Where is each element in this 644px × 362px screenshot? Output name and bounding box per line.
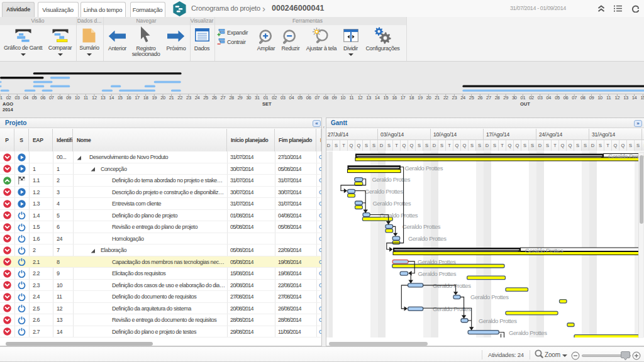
svg-text:23: 23 [452, 95, 457, 101]
svg-text:21: 21 [169, 95, 174, 101]
svg-text:17: 17 [135, 95, 140, 101]
svg-text:22: 22 [443, 95, 448, 101]
svg-text:Geraldo Prottes: Geraldo Prottes [525, 247, 564, 254]
svg-text:04: 04 [289, 95, 294, 101]
svg-text:02: 02 [6, 95, 11, 101]
svg-text:03: 03 [538, 95, 543, 101]
svg-text:02: 02 [272, 95, 277, 101]
svg-text:09: 09 [332, 95, 337, 101]
svg-text:21: 21 [435, 95, 440, 101]
svg-text:14: 14 [109, 95, 114, 101]
svg-text:20: 20 [160, 95, 165, 101]
svg-text:27: 27 [221, 95, 226, 101]
svg-text:27: 27 [486, 95, 491, 101]
svg-text:01: 01 [264, 95, 269, 101]
svg-text:2014: 2014 [3, 107, 14, 112]
svg-text:25: 25 [203, 95, 208, 101]
svg-text:Geraldo Prottes: Geraldo Prottes [509, 329, 547, 336]
svg-text:05: 05 [297, 95, 303, 101]
svg-text:15: 15 [384, 95, 389, 101]
svg-text:10: 10 [75, 95, 80, 101]
svg-text:AGO: AGO [3, 101, 13, 107]
svg-text:Geraldo Prottes: Geraldo Prottes [372, 176, 411, 183]
svg-text:10: 10 [340, 95, 345, 101]
svg-text:25: 25 [469, 95, 474, 101]
svg-text:Geraldo Prottes: Geraldo Prottes [365, 188, 403, 195]
svg-text:26: 26 [477, 95, 482, 101]
svg-text:28: 28 [495, 95, 500, 101]
svg-text:22: 22 [177, 95, 182, 101]
svg-text:Geraldo Prottes: Geraldo Prottes [418, 258, 456, 265]
svg-text:Geraldo Prottes: Geraldo Prottes [433, 305, 471, 312]
svg-text:19: 19 [418, 95, 423, 101]
svg-text:26: 26 [212, 95, 217, 101]
svg-text:08: 08 [580, 95, 586, 101]
svg-text:14: 14 [632, 95, 637, 101]
svg-text:05: 05 [32, 95, 37, 101]
svg-text:18: 18 [409, 95, 414, 101]
svg-text:04: 04 [23, 95, 28, 101]
svg-text:19: 19 [152, 95, 157, 101]
svg-text:Geraldo Prottes: Geraldo Prottes [479, 317, 517, 324]
svg-text:12: 12 [615, 95, 620, 101]
svg-text:01: 01 [521, 95, 526, 101]
svg-text:18: 18 [143, 95, 148, 101]
svg-text:24: 24 [195, 95, 200, 101]
svg-text:01: 01 [0, 95, 3, 101]
svg-text:20: 20 [426, 95, 431, 101]
svg-text:17: 17 [401, 95, 406, 101]
svg-text:Geraldo Prottes: Geraldo Prottes [418, 270, 457, 277]
svg-text:03: 03 [280, 95, 286, 101]
svg-text:07: 07 [314, 95, 319, 101]
svg-text:16: 16 [126, 95, 131, 101]
svg-text:23: 23 [186, 95, 191, 101]
svg-text:11: 11 [84, 95, 88, 101]
svg-text:12: 12 [358, 95, 363, 101]
svg-text:Geraldo Prottes: Geraldo Prottes [405, 165, 443, 172]
svg-text:05: 05 [555, 95, 560, 101]
svg-text:14: 14 [375, 95, 380, 101]
svg-text:31: 31 [255, 95, 260, 101]
svg-text:06: 06 [40, 95, 45, 101]
svg-text:13: 13 [101, 95, 106, 101]
svg-text:Geraldo Prottes: Geraldo Prottes [470, 293, 509, 300]
svg-text:09: 09 [589, 95, 594, 101]
svg-text:03: 03 [14, 95, 19, 101]
svg-text:02: 02 [529, 95, 534, 101]
svg-text:Geraldo Prottes: Geraldo Prottes [373, 200, 411, 207]
svg-text:06: 06 [564, 95, 569, 101]
svg-text:07: 07 [49, 95, 54, 101]
svg-text:15: 15 [118, 95, 123, 101]
svg-text:28: 28 [229, 95, 234, 101]
svg-text:10: 10 [597, 95, 602, 101]
svg-text:OUT: OUT [520, 101, 530, 107]
svg-text:08: 08 [58, 95, 63, 101]
svg-text:16: 16 [392, 95, 397, 101]
svg-text:15: 15 [640, 95, 644, 101]
svg-text:11: 11 [349, 95, 353, 101]
svg-text:24: 24 [460, 95, 465, 101]
svg-text:30: 30 [246, 95, 251, 101]
svg-text:13: 13 [366, 95, 371, 101]
svg-text:07: 07 [572, 95, 577, 101]
svg-text:Geraldo Prottes: Geraldo Prottes [402, 223, 441, 230]
svg-text:04: 04 [546, 95, 551, 101]
svg-text:29: 29 [238, 95, 243, 101]
svg-text:06: 06 [306, 95, 311, 101]
svg-text:09: 09 [66, 95, 71, 101]
svg-text:12: 12 [92, 95, 97, 101]
svg-text:13: 13 [623, 95, 628, 101]
svg-text:08: 08 [323, 95, 328, 101]
svg-text:Geraldo Prottes: Geraldo Prottes [408, 235, 447, 242]
svg-text:30: 30 [512, 95, 517, 101]
svg-text:11: 11 [606, 95, 611, 101]
svg-text:29: 29 [503, 95, 508, 101]
svg-text:SET: SET [262, 101, 272, 107]
